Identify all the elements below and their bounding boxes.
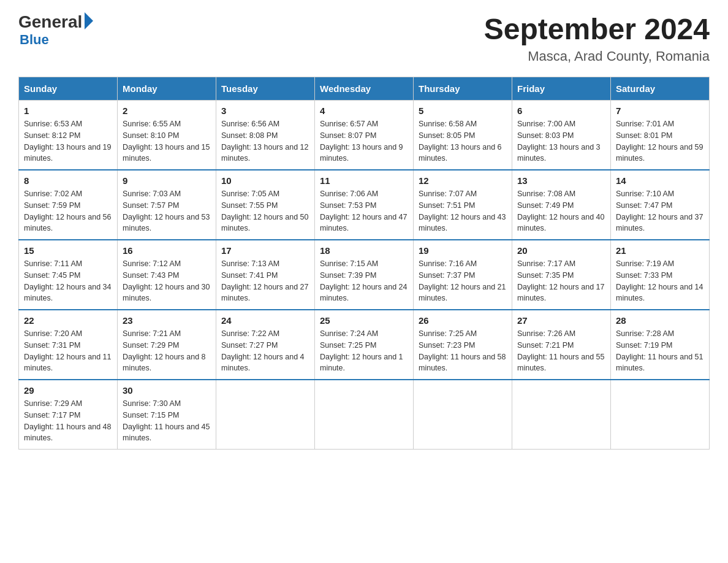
day-number: 2 — [123, 105, 211, 116]
day-info: Sunrise: 7:20 AM Sunset: 7:31 PM Dayligh… — [24, 328, 112, 374]
table-row: 10 Sunrise: 7:05 AM Sunset: 7:55 PM Dayl… — [216, 170, 315, 240]
day-number: 16 — [123, 245, 211, 256]
day-number: 22 — [24, 315, 112, 326]
day-info: Sunrise: 6:53 AM Sunset: 8:12 PM Dayligh… — [24, 118, 112, 164]
table-row: 18 Sunrise: 7:15 AM Sunset: 7:39 PM Dayl… — [315, 240, 414, 310]
table-row: 14 Sunrise: 7:10 AM Sunset: 7:47 PM Dayl… — [611, 170, 710, 240]
day-number: 27 — [517, 315, 605, 326]
table-row: 12 Sunrise: 7:07 AM Sunset: 7:51 PM Dayl… — [414, 170, 512, 240]
table-row: 25 Sunrise: 7:24 AM Sunset: 7:25 PM Dayl… — [315, 310, 414, 380]
day-number: 30 — [123, 385, 211, 396]
day-info: Sunrise: 7:05 AM Sunset: 7:55 PM Dayligh… — [221, 188, 309, 234]
day-info: Sunrise: 6:58 AM Sunset: 8:05 PM Dayligh… — [419, 118, 507, 164]
day-number: 29 — [24, 385, 112, 396]
header-sunday: Sunday — [19, 77, 118, 101]
day-number: 8 — [24, 175, 112, 186]
table-row: 19 Sunrise: 7:16 AM Sunset: 7:37 PM Dayl… — [414, 240, 512, 310]
day-info: Sunrise: 7:25 AM Sunset: 7:23 PM Dayligh… — [419, 328, 507, 374]
header-friday: Friday — [512, 77, 611, 101]
calendar-week-row: 15 Sunrise: 7:11 AM Sunset: 7:45 PM Dayl… — [19, 240, 710, 310]
table-row: 13 Sunrise: 7:08 AM Sunset: 7:49 PM Dayl… — [512, 170, 611, 240]
day-number: 20 — [517, 245, 605, 256]
day-number: 4 — [320, 105, 408, 116]
table-row: 3 Sunrise: 6:56 AM Sunset: 8:08 PM Dayli… — [216, 101, 315, 170]
day-info: Sunrise: 7:16 AM Sunset: 7:37 PM Dayligh… — [419, 258, 507, 304]
day-number: 5 — [419, 105, 507, 116]
day-number: 15 — [24, 245, 112, 256]
day-info: Sunrise: 7:08 AM Sunset: 7:49 PM Dayligh… — [517, 188, 605, 234]
day-info: Sunrise: 7:10 AM Sunset: 7:47 PM Dayligh… — [616, 188, 704, 234]
calendar-week-row: 22 Sunrise: 7:20 AM Sunset: 7:31 PM Dayl… — [19, 310, 710, 380]
day-info: Sunrise: 7:29 AM Sunset: 7:17 PM Dayligh… — [24, 398, 112, 444]
header-saturday: Saturday — [611, 77, 710, 101]
day-info: Sunrise: 7:19 AM Sunset: 7:33 PM Dayligh… — [616, 258, 704, 304]
table-row: 7 Sunrise: 7:01 AM Sunset: 8:01 PM Dayli… — [611, 101, 710, 170]
day-number: 14 — [616, 175, 704, 186]
table-row: 6 Sunrise: 7:00 AM Sunset: 8:03 PM Dayli… — [512, 101, 611, 170]
day-info: Sunrise: 7:07 AM Sunset: 7:51 PM Dayligh… — [419, 188, 507, 234]
day-number: 6 — [517, 105, 605, 116]
table-row: 29 Sunrise: 7:29 AM Sunset: 7:17 PM Dayl… — [19, 380, 118, 450]
logo-triangle-icon — [85, 12, 93, 29]
calendar-title: September 2024 — [484, 12, 710, 46]
day-info: Sunrise: 7:15 AM Sunset: 7:39 PM Dayligh… — [320, 258, 408, 304]
day-number: 13 — [517, 175, 605, 186]
day-info: Sunrise: 7:03 AM Sunset: 7:57 PM Dayligh… — [123, 188, 211, 234]
day-info: Sunrise: 7:13 AM Sunset: 7:41 PM Dayligh… — [221, 258, 309, 304]
day-info: Sunrise: 7:06 AM Sunset: 7:53 PM Dayligh… — [320, 188, 408, 234]
logo: General Blue — [18, 12, 93, 48]
calendar-week-row: 1 Sunrise: 6:53 AM Sunset: 8:12 PM Dayli… — [19, 101, 710, 170]
day-info: Sunrise: 6:55 AM Sunset: 8:10 PM Dayligh… — [123, 118, 211, 164]
day-number: 3 — [221, 105, 309, 116]
table-row: 17 Sunrise: 7:13 AM Sunset: 7:41 PM Dayl… — [216, 240, 315, 310]
day-number: 17 — [221, 245, 309, 256]
table-row: 1 Sunrise: 6:53 AM Sunset: 8:12 PM Dayli… — [19, 101, 118, 170]
day-info: Sunrise: 7:30 AM Sunset: 7:15 PM Dayligh… — [123, 398, 211, 444]
table-row: 16 Sunrise: 7:12 AM Sunset: 7:43 PM Dayl… — [118, 240, 216, 310]
day-info: Sunrise: 7:22 AM Sunset: 7:27 PM Dayligh… — [221, 328, 309, 374]
day-info: Sunrise: 6:57 AM Sunset: 8:07 PM Dayligh… — [320, 118, 408, 164]
page-header: General Blue September 2024 Masca, Arad … — [18, 12, 710, 64]
table-row: 23 Sunrise: 7:21 AM Sunset: 7:29 PM Dayl… — [118, 310, 216, 380]
table-row: 26 Sunrise: 7:25 AM Sunset: 7:23 PM Dayl… — [414, 310, 512, 380]
day-info: Sunrise: 7:24 AM Sunset: 7:25 PM Dayligh… — [320, 328, 408, 374]
day-number: 12 — [419, 175, 507, 186]
table-row — [512, 380, 611, 450]
day-number: 28 — [616, 315, 704, 326]
table-row: 24 Sunrise: 7:22 AM Sunset: 7:27 PM Dayl… — [216, 310, 315, 380]
table-row — [315, 380, 414, 450]
table-row: 5 Sunrise: 6:58 AM Sunset: 8:05 PM Dayli… — [414, 101, 512, 170]
day-number: 19 — [419, 245, 507, 256]
table-row: 11 Sunrise: 7:06 AM Sunset: 7:53 PM Dayl… — [315, 170, 414, 240]
table-row: 2 Sunrise: 6:55 AM Sunset: 8:10 PM Dayli… — [118, 101, 216, 170]
header-wednesday: Wednesday — [315, 77, 414, 101]
day-number: 10 — [221, 175, 309, 186]
day-info: Sunrise: 7:26 AM Sunset: 7:21 PM Dayligh… — [517, 328, 605, 374]
day-number: 23 — [123, 315, 211, 326]
table-row: 21 Sunrise: 7:19 AM Sunset: 7:33 PM Dayl… — [611, 240, 710, 310]
table-row — [216, 380, 315, 450]
header-thursday: Thursday — [414, 77, 512, 101]
day-info: Sunrise: 7:28 AM Sunset: 7:19 PM Dayligh… — [616, 328, 704, 374]
table-row: 9 Sunrise: 7:03 AM Sunset: 7:57 PM Dayli… — [118, 170, 216, 240]
table-row: 20 Sunrise: 7:17 AM Sunset: 7:35 PM Dayl… — [512, 240, 611, 310]
day-info: Sunrise: 7:11 AM Sunset: 7:45 PM Dayligh… — [24, 258, 112, 304]
day-number: 18 — [320, 245, 408, 256]
day-info: Sunrise: 7:02 AM Sunset: 7:59 PM Dayligh… — [24, 188, 112, 234]
calendar-table: Sunday Monday Tuesday Wednesday Thursday… — [18, 77, 710, 450]
header-tuesday: Tuesday — [216, 77, 315, 101]
table-row — [414, 380, 512, 450]
day-info: Sunrise: 7:21 AM Sunset: 7:29 PM Dayligh… — [123, 328, 211, 374]
calendar-subtitle: Masca, Arad County, Romania — [484, 48, 710, 64]
day-info: Sunrise: 7:12 AM Sunset: 7:43 PM Dayligh… — [123, 258, 211, 304]
day-number: 25 — [320, 315, 408, 326]
table-row: 28 Sunrise: 7:28 AM Sunset: 7:19 PM Dayl… — [611, 310, 710, 380]
table-row: 4 Sunrise: 6:57 AM Sunset: 8:07 PM Dayli… — [315, 101, 414, 170]
day-number: 24 — [221, 315, 309, 326]
day-info: Sunrise: 7:17 AM Sunset: 7:35 PM Dayligh… — [517, 258, 605, 304]
table-row: 15 Sunrise: 7:11 AM Sunset: 7:45 PM Dayl… — [19, 240, 118, 310]
day-number: 7 — [616, 105, 704, 116]
header-monday: Monday — [118, 77, 216, 101]
title-block: September 2024 Masca, Arad County, Roman… — [484, 12, 710, 64]
day-number: 1 — [24, 105, 112, 116]
